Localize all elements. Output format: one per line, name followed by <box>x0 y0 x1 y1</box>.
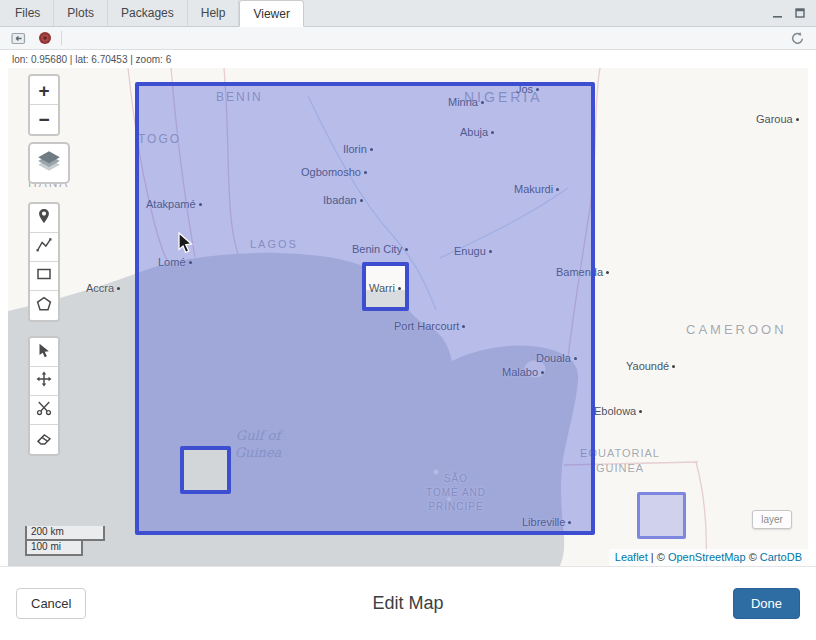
edit-arrow-icon <box>35 341 53 363</box>
drag-shapes-button[interactable] <box>30 367 58 396</box>
zoom-in-button[interactable]: + <box>30 76 58 105</box>
tab-packages[interactable]: Packages <box>108 0 188 26</box>
city-dot <box>606 271 609 274</box>
city-name: Warri <box>369 282 395 294</box>
city-dot <box>672 365 675 368</box>
refresh-icon[interactable] <box>788 29 807 48</box>
draw-toolbar <box>28 202 60 322</box>
zoom-out-button[interactable]: − <box>30 105 58 134</box>
map-canvas[interactable]: BENIN NIGERIA TOGO HANA LAGOS CAMEROON E… <box>8 68 808 566</box>
draw-polygon-button[interactable] <box>30 291 58 320</box>
polyline-icon <box>35 236 53 258</box>
marker-icon <box>35 207 53 229</box>
map-city-ebolowa: Ebolowa <box>594 405 642 417</box>
plus-icon: + <box>38 81 49 100</box>
drawn-rectangle-southeast[interactable] <box>637 492 686 539</box>
viewer-toolbar <box>0 27 816 50</box>
city-name: Accra <box>86 282 114 294</box>
minus-icon: − <box>38 110 49 129</box>
city-name: Ebolowa <box>594 405 636 417</box>
draw-rectangle-button[interactable] <box>30 262 58 291</box>
cut-shapes-button[interactable] <box>30 396 58 425</box>
rstudio-viewer-pane: Files Plots Packages Help Viewer <box>0 0 816 640</box>
edit-shapes-button[interactable] <box>30 338 58 367</box>
city-dot <box>796 118 799 121</box>
map-label-cameroon: CAMEROON <box>686 322 787 337</box>
map-attribution: Leaflet | © OpenStreetMap © CartoDB <box>609 549 808 566</box>
layer-toggle-button[interactable]: layer <box>752 510 792 529</box>
minimize-icon[interactable] <box>771 6 785 20</box>
draw-marker-button[interactable] <box>30 204 58 233</box>
city-dot <box>398 287 401 290</box>
openstreetmap-link[interactable]: OpenStreetMap <box>668 551 746 563</box>
city-name: Garoua <box>756 113 793 125</box>
polygon-icon <box>35 295 53 317</box>
layers-icon <box>36 148 62 178</box>
map-city-warri: Warri <box>369 282 401 294</box>
leaflet-link[interactable]: Leaflet <box>615 551 648 563</box>
tab-help[interactable]: Help <box>188 0 240 26</box>
city-dot <box>639 410 642 413</box>
scale-mi: 100 mi <box>25 541 83 556</box>
attribution-text: | © <box>648 551 668 563</box>
edit-toolbar <box>28 336 60 456</box>
zoom-control: + − <box>28 74 60 136</box>
layers-control-button[interactable] <box>28 142 70 184</box>
cartodb-link[interactable]: CartoDB <box>760 551 802 563</box>
city-dot <box>117 287 120 290</box>
mouse-coordinates-readout: lon: 0.95680 | lat: 6.70453 | zoom: 6 <box>0 50 816 68</box>
tab-plots[interactable]: Plots <box>54 0 108 26</box>
drawn-rectangle-southwest[interactable] <box>180 446 231 494</box>
pane-tabbar: Files Plots Packages Help Viewer <box>0 0 816 27</box>
remove-shapes-button[interactable] <box>30 425 58 454</box>
stop-icon[interactable] <box>35 29 54 48</box>
map-city-garoua: Garoua <box>756 113 799 125</box>
cut-icon <box>35 399 53 421</box>
window-controls <box>762 0 816 26</box>
maximize-icon[interactable] <box>793 6 807 20</box>
draw-polyline-button[interactable] <box>30 233 58 262</box>
back-icon[interactable] <box>9 29 28 48</box>
tab-viewer[interactable]: Viewer <box>239 0 303 27</box>
rectangle-icon <box>35 265 53 287</box>
tab-files[interactable]: Files <box>2 0 54 26</box>
page-title: Edit Map <box>372 593 443 614</box>
map-city-yaounde: Yaoundé <box>626 360 675 372</box>
scale-km: 200 km <box>25 526 105 541</box>
map-city-accra: Accra <box>86 282 120 294</box>
done-button[interactable]: Done <box>733 588 800 619</box>
eraser-icon <box>35 429 53 451</box>
cancel-button[interactable]: Cancel <box>16 588 86 619</box>
scale-control: 200 km 100 mi <box>25 526 105 556</box>
toolbar-divider <box>61 31 62 45</box>
edit-map-footer: Cancel Edit Map Done <box>0 566 816 639</box>
attribution-text: © <box>746 551 760 563</box>
drag-icon <box>35 370 53 392</box>
city-name: Yaoundé <box>626 360 669 372</box>
